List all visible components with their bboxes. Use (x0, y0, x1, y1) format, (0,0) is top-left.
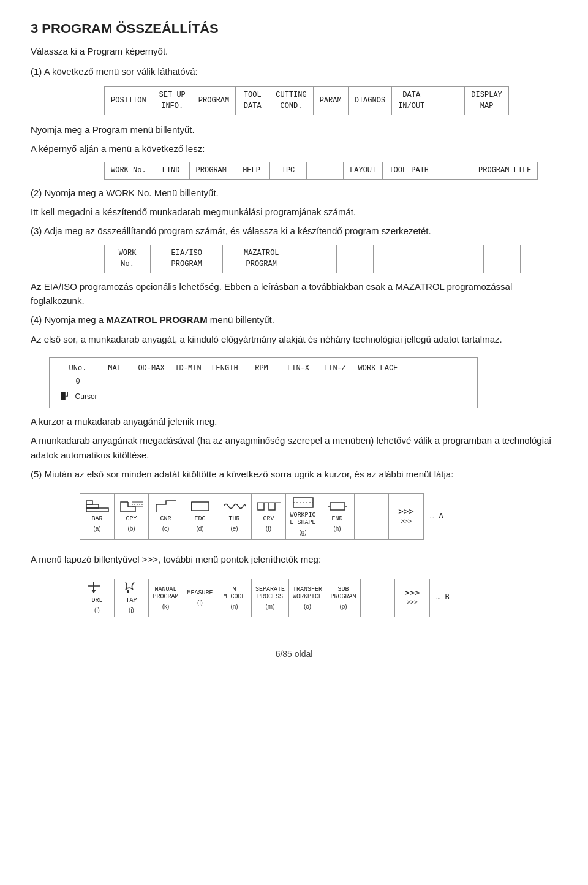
menu5-name-transfer: TRANSFER WORKPICE (293, 586, 322, 601)
cursor-icon: █┘ (61, 390, 70, 403)
data-header: UNo. (59, 363, 96, 374)
menu5-cell-measure[interactable]: MEASURE(l) (183, 579, 217, 617)
menu4-cell-grv[interactable]: GRV(f) (252, 494, 286, 539)
menu1-cell: SET UP INFO. (153, 86, 192, 115)
step3-note: Itt kell megadni a készítendő munkadarab… (31, 205, 557, 219)
menu5-icon-drl (85, 581, 110, 596)
data-header: RPM (243, 363, 280, 374)
menu4-name-end: END (331, 515, 342, 523)
data-header-row: UNo.MATOD-MAXID-MINLENGTHRPMFIN-XFIN-ZWO… (59, 363, 467, 374)
menu5-name-manual: MANUAL PROGRAM (153, 586, 178, 601)
menu2-cell: FIND (153, 162, 189, 180)
menu3-cell (410, 245, 447, 273)
menu5-cell-tap[interactable]: TAP(j) (115, 579, 149, 617)
menu2-container: WORK No.FINDPROGRAMHELPTPCLAYOUTTOOL PAT… (67, 162, 557, 180)
menu5-wrapper: DRL(i)TAP(j)MANUAL PROGRAM(k)MEASURE(l)M… (55, 572, 557, 624)
menu5-name-measure: MEASURE (187, 590, 213, 597)
menu5-name-m: M M CODE (223, 586, 245, 601)
menu2-cell: WORK No. (105, 162, 153, 180)
menu1-cell: TOOL DATA (236, 86, 270, 115)
data-header: MAT (96, 363, 133, 374)
svg-rect-6 (192, 502, 209, 511)
menu4-cell-edg[interactable]: EDG(d) (183, 494, 217, 539)
step5-label: (5) Miután az első sor minden adatát kit… (31, 467, 557, 481)
menu5-cell-m[interactable]: M M CODE(n) (217, 579, 252, 617)
menu1-cell: PARAM (313, 86, 348, 115)
menu5-label-manual: (k) (162, 602, 170, 612)
menu4-icon-grv (257, 499, 281, 514)
menu2-cell: HELP (233, 162, 270, 180)
svg-rect-2 (86, 501, 92, 504)
menu2-cell: LAYOUT (344, 162, 383, 180)
menu3-cell (520, 245, 557, 273)
menu4-label-grv: (f) (266, 524, 271, 534)
menu5-label-sub: (p) (339, 602, 347, 612)
menu5-cell-manual[interactable]: MANUAL PROGRAM(k) (149, 579, 183, 617)
menu1-cell: DATA IN/OUT (392, 86, 431, 115)
step1-note: Nyomja meg a Program menü billentyűt. (31, 123, 557, 137)
menu1-cell: DIAGNOS (348, 86, 391, 115)
menu4-cell-cnr[interactable]: CNR(c) (149, 494, 183, 539)
menu5-name-tap: TAP (126, 597, 137, 604)
menu5-cell-drl[interactable]: DRL(i) (80, 579, 115, 617)
menu4-name-thr: THR (228, 515, 239, 523)
eiaiso-note: Az EIA/ISO programozás opcionális lehető… (31, 279, 557, 308)
svg-rect-1 (86, 504, 99, 508)
menu5-name-arrow2: >>> (407, 599, 418, 607)
menu4-cell-arrow[interactable]: >>>>>> (389, 494, 423, 539)
menu1-cell: DISPLAY MAP (465, 86, 508, 115)
menu1-cell: CUTTING COND. (270, 86, 313, 115)
menu4-icon-bar (85, 499, 110, 514)
menu2-cell (435, 162, 472, 180)
menu2-cell (307, 162, 344, 180)
menu4-label-bar: (a) (93, 524, 100, 534)
svg-rect-0 (86, 508, 108, 512)
menu1-table: POSITIONSET UP INFO.PROGRAMTOOL DATACUTT… (104, 86, 509, 115)
menu5-icon-tap (119, 581, 144, 596)
menu5-label-m: (n) (230, 602, 238, 612)
menu4-label-cnr: (c) (162, 524, 170, 534)
data-header: FIN-X (280, 363, 317, 374)
menu4-name-arrow: >>> (401, 518, 412, 526)
data-entry-box: UNo.MATOD-MAXID-MINLENGTHRPMFIN-XFIN-ZWO… (49, 357, 478, 408)
menu4-icon-cnr (155, 499, 177, 514)
menu2-table: WORK No.FINDPROGRAMHELPTPCLAYOUTTOOL PAT… (104, 162, 538, 180)
menu2-cell: TOOL PATH (383, 162, 435, 180)
menu4-cell-bar[interactable]: BAR(a) (80, 494, 115, 539)
menu4-cell-workpic[interactable]: WORKPIC E SHAPE(g) (286, 494, 320, 539)
menu4-cell-cpy[interactable]: CPY(b) (115, 494, 149, 539)
menu4-cell-thr[interactable]: THR(e) (217, 494, 252, 539)
menu4-label-end: (h) (333, 524, 341, 534)
menu5-row: DRL(i)TAP(j)MANUAL PROGRAM(k)MEASURE(l)M… (80, 579, 430, 618)
menu5-cell-empty2[interactable] (361, 579, 395, 617)
menu1-cell: PROGRAM (192, 86, 235, 115)
data-value: 0 (59, 376, 96, 388)
menu3-cell: WORK No. (105, 245, 151, 273)
menu4-row: BAR(a)CPY(b)CNR(c)EDG(d)THR(e)GRV(f)WORK… (80, 493, 424, 540)
step3-label: (3) Adja meg az összeállítandó program s… (31, 224, 557, 238)
menu4-name-edg: EDG (194, 515, 205, 523)
data-header: OD-MAX (133, 363, 170, 374)
menu3-cell (447, 245, 483, 273)
menu4-cell-end[interactable]: END(h) (320, 494, 355, 539)
data-header: ID-MIN (170, 363, 206, 374)
step4-desc: Az első sor, a munkadarab anyagát, a kii… (31, 332, 557, 346)
menu3-cell: EIA/ISO PROGRAM (151, 245, 223, 273)
menu5-cell-transfer[interactable]: TRANSFER WORKPICE(o) (289, 579, 326, 617)
more-label: A menü lapozó billentyűvel >>>, további … (31, 552, 557, 566)
menu1-container: POSITIONSET UP INFO.PROGRAMTOOL DATACUTT… (67, 86, 557, 115)
menu5-label-drl: (i) (94, 606, 100, 615)
menu3-cell (300, 245, 336, 273)
menu5-note: … B (436, 592, 450, 604)
material-note: A munkadarab anyagának megadásával (ha a… (31, 433, 557, 462)
menu5-cell-separate[interactable]: SEPARATE PROCESS(m) (252, 579, 289, 617)
cursor-row: █┘ Cursor (59, 390, 467, 403)
menu5-cell-arrow2[interactable]: >>>>>> (395, 579, 429, 617)
page-footer: 6/85 oldal (31, 648, 557, 661)
menu4-cell-empty[interactable] (355, 494, 389, 539)
menu3-cell: MAZATROL PROGRAM (223, 245, 300, 273)
menu5-cell-sub[interactable]: SUB PROGRAM(p) (326, 579, 361, 617)
menu1-cell: POSITION (105, 86, 153, 115)
menu4-label-edg: (d) (196, 524, 203, 534)
menu3-cell (483, 245, 520, 273)
